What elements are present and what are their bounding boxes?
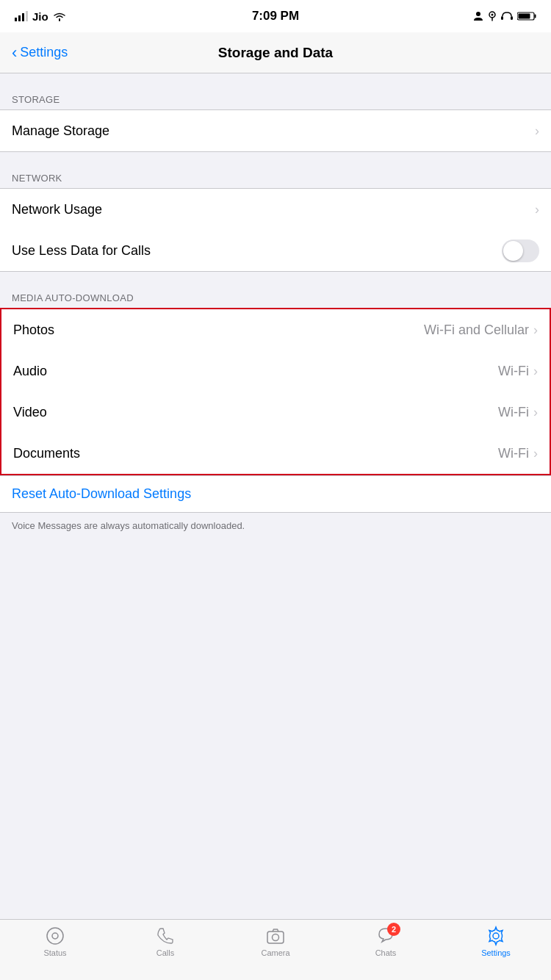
manage-storage-right: › <box>535 123 539 139</box>
camera-icon <box>265 926 286 946</box>
tab-bar: Status Calls Camera 2 Chats <box>0 919 551 980</box>
storage-group: Manage Storage › <box>0 109 551 152</box>
documents-cell[interactable]: Documents Wi-Fi › <box>1 433 550 474</box>
video-right: Wi-Fi › <box>498 405 538 420</box>
tab-calls-label: Calls <box>156 948 174 957</box>
section-header-network: NETWORK <box>0 161 551 188</box>
video-label: Video <box>13 405 47 420</box>
section-header-media: MEDIA AUTO-DOWNLOAD <box>0 281 551 308</box>
back-label: Settings <box>20 45 68 60</box>
svg-rect-1 <box>18 15 21 21</box>
tab-camera-label: Camera <box>261 948 289 957</box>
documents-value: Wi-Fi <box>498 446 529 461</box>
back-button[interactable]: ‹ Settings <box>12 45 68 61</box>
network-usage-cell[interactable]: Network Usage › <box>0 189 551 230</box>
nav-bar: ‹ Settings Storage and Data <box>0 32 551 73</box>
svg-rect-9 <box>511 16 513 20</box>
reset-link[interactable]: Reset Auto-Download Settings <box>12 486 191 501</box>
calls-icon <box>155 926 176 946</box>
tab-chats[interactable]: 2 Chats <box>331 926 441 957</box>
svg-rect-2 <box>22 13 24 21</box>
tab-calls[interactable]: Calls <box>110 926 220 957</box>
photos-right: Wi-Fi and Cellular › <box>424 323 538 338</box>
svg-rect-11 <box>535 15 536 18</box>
use-less-data-toggle[interactable] <box>502 239 539 262</box>
status-left: Jio <box>15 10 66 23</box>
svg-point-13 <box>47 928 63 944</box>
audio-right: Wi-Fi › <box>498 364 538 379</box>
tab-status[interactable]: Status <box>0 926 110 957</box>
manage-storage-cell[interactable]: Manage Storage › <box>0 110 551 151</box>
settings-icon <box>486 926 506 946</box>
tab-settings[interactable]: Settings <box>441 926 551 957</box>
chats-icon: 2 <box>375 926 396 946</box>
svg-rect-15 <box>267 932 284 943</box>
photos-cell[interactable]: Photos Wi-Fi and Cellular › <box>1 309 550 350</box>
manage-storage-label: Manage Storage <box>12 123 109 139</box>
chats-badge: 2 <box>387 923 400 936</box>
reset-cell[interactable]: Reset Auto-Download Settings <box>0 475 551 513</box>
network-usage-label: Network Usage <box>12 202 102 217</box>
section-header-storage: STORAGE <box>0 82 551 109</box>
network-usage-right: › <box>535 202 539 217</box>
headphone-icon <box>501 11 513 21</box>
network-usage-chevron: › <box>535 202 539 217</box>
audio-cell[interactable]: Audio Wi-Fi › <box>1 350 550 392</box>
photos-label: Photos <box>13 323 54 338</box>
media-download-group: Photos Wi-Fi and Cellular › Audio Wi-Fi … <box>0 308 551 475</box>
spacer-network <box>0 152 551 161</box>
carrier-label: Jio <box>32 10 48 23</box>
svg-point-16 <box>273 934 279 941</box>
svg-rect-12 <box>519 14 530 19</box>
spacer-storage <box>0 73 551 82</box>
status-bar: Jio 7:09 PM <box>0 0 551 32</box>
toggle-knob <box>503 241 523 261</box>
video-value: Wi-Fi <box>498 405 529 420</box>
svg-rect-3 <box>26 11 28 21</box>
svg-rect-0 <box>15 18 17 21</box>
status-icon <box>45 926 65 946</box>
video-chevron: › <box>533 405 538 420</box>
back-chevron-icon: ‹ <box>12 45 17 61</box>
documents-chevron: › <box>533 446 538 461</box>
svg-point-6 <box>491 14 494 16</box>
use-less-data-label: Use Less Data for Calls <box>12 243 151 259</box>
svg-point-4 <box>476 12 480 16</box>
video-cell[interactable]: Video Wi-Fi › <box>1 392 550 433</box>
network-group: Network Usage › Use Less Data for Calls <box>0 188 551 272</box>
status-time: 7:09 PM <box>252 9 299 24</box>
audio-value: Wi-Fi <box>498 364 529 379</box>
tab-chats-label: Chats <box>375 948 397 957</box>
wifi-icon <box>53 11 66 21</box>
page-title: Storage and Data <box>218 45 333 61</box>
spacer-media <box>0 272 551 281</box>
tab-camera[interactable]: Camera <box>220 926 331 957</box>
status-right <box>473 11 536 21</box>
footer-note: Voice Messages are always automatically … <box>0 513 551 538</box>
battery-icon <box>517 11 536 21</box>
manage-storage-chevron: › <box>535 123 539 139</box>
photos-chevron: › <box>533 323 538 338</box>
location-icon <box>488 11 497 21</box>
svg-point-14 <box>52 933 58 939</box>
tab-settings-label: Settings <box>481 948 511 957</box>
audio-chevron: › <box>533 364 538 379</box>
audio-label: Audio <box>13 364 47 379</box>
documents-right: Wi-Fi › <box>498 446 538 461</box>
svg-point-17 <box>493 933 499 939</box>
tab-status-label: Status <box>43 948 66 957</box>
use-less-data-cell: Use Less Data for Calls <box>0 230 551 271</box>
person-icon <box>473 11 483 21</box>
photos-value: Wi-Fi and Cellular <box>424 323 529 338</box>
documents-label: Documents <box>13 446 80 461</box>
svg-rect-8 <box>501 16 503 20</box>
signal-icon <box>15 11 28 21</box>
